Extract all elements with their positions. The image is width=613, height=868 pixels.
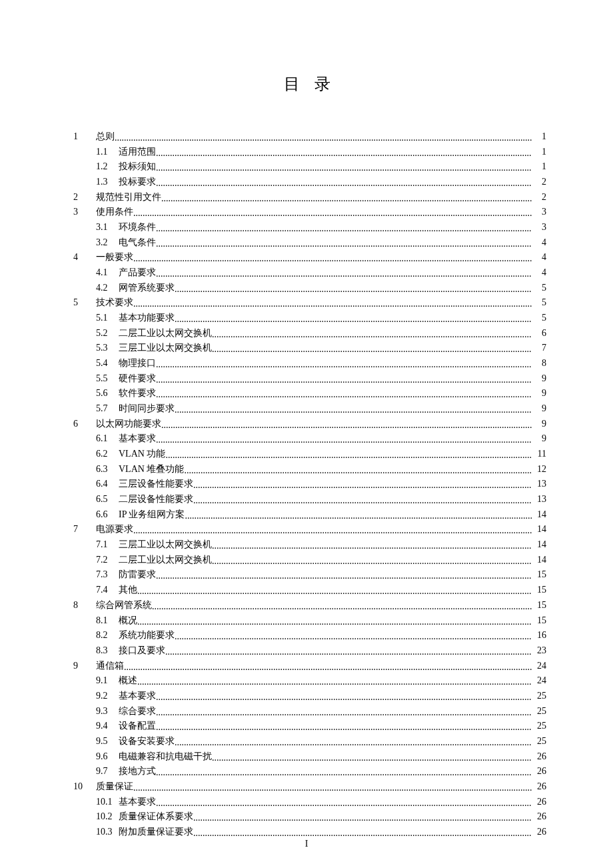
toc-leader-dots: [156, 720, 532, 735]
toc-row: 9.1概述24: [96, 673, 546, 689]
toc-entry-page: 6: [532, 326, 546, 341]
toc-leader-dots: [156, 373, 532, 388]
toc-entry-label: 概述: [119, 673, 137, 689]
page-footer: I: [0, 839, 613, 849]
toc-leader-dots: [156, 705, 532, 721]
toc-entry-number: 9.4: [96, 719, 119, 734]
toc-leader-dots: [193, 478, 532, 493]
toc-entry-page: 13: [532, 492, 546, 507]
toc-leader-dots: [133, 251, 532, 267]
toc-entry-page: 12: [532, 462, 546, 477]
toc-entry-label: 二层工业以太网交换机: [119, 326, 212, 341]
toc-leader-dots: [175, 312, 532, 327]
toc-entry-page: 13: [532, 477, 546, 492]
toc-entry-page: 25: [532, 704, 546, 719]
toc-entry-page: 3: [532, 220, 546, 235]
toc-entry-label: VLAN 功能: [119, 447, 165, 462]
toc-entry-label: 电磁兼容和抗电磁干扰: [119, 749, 212, 765]
toc-row: 6.5二层设备性能要求13: [96, 492, 546, 507]
toc-entry-label: 技术要求: [96, 295, 133, 311]
toc-entry-label: 接口及要求: [119, 643, 165, 659]
toc-entry-number: 6.3: [96, 462, 119, 477]
toc-entry-number: 9.1: [96, 673, 119, 689]
toc-entry-label: 综合要求: [119, 704, 156, 719]
toc-entry-number: 7.3: [96, 567, 119, 583]
toc-entry-page: 15: [532, 567, 546, 583]
toc-leader-dots: [156, 387, 532, 403]
toc-entry-page: 8: [532, 356, 546, 371]
toc-row: 9.2基本要求25: [96, 689, 546, 704]
toc-entry-number: 1.2: [96, 159, 119, 175]
toc-entry-page: 5: [532, 295, 546, 311]
toc-entry-label: 三层工业以太网交换机: [119, 341, 212, 356]
toc-entry-label: 电源要求: [96, 522, 133, 537]
toc-row: 8.2系统功能要求16: [96, 628, 546, 643]
toc-entry-label: 物理接口: [119, 356, 156, 371]
toc-entry-page: 15: [532, 583, 546, 598]
toc-entry-number: 5.3: [96, 341, 119, 356]
toc-row: 5.7时间同步要求9: [96, 401, 546, 417]
toc-entry-number: 3.2: [96, 235, 119, 251]
toc-row: 5.6软件要求9: [96, 386, 546, 401]
toc-row: 6以太网功能要求9: [73, 417, 546, 432]
toc-entry-number: 10: [73, 779, 96, 795]
toc-entry-page: 26: [532, 749, 546, 765]
toc-entry-number: 4.2: [96, 281, 119, 296]
toc-entry-label: 电气条件: [119, 235, 156, 251]
toc-entry-label: 环境条件: [119, 220, 156, 235]
toc-leader-dots: [156, 161, 532, 176]
toc-entry-number: 5.5: [96, 371, 119, 387]
toc-entry-number: 10.2: [96, 809, 119, 825]
toc-row: 9通信箱24: [73, 659, 546, 674]
toc-leader-dots: [175, 403, 532, 418]
toc-row: 1总则1: [73, 129, 546, 145]
toc-entry-page: 9: [532, 371, 546, 387]
toc-leader-dots: [156, 221, 532, 237]
toc-entry-page: 25: [532, 689, 546, 704]
toc-entry-label: 投标须知: [119, 159, 156, 175]
toc-leader-dots: [175, 282, 532, 297]
toc-entry-page: 5: [532, 311, 546, 326]
toc-row: 7.2二层工业以太网交换机14: [96, 553, 546, 568]
toc-entry-number: 5.6: [96, 386, 119, 401]
toc-entry-number: 9.3: [96, 704, 119, 719]
toc-entry-page: 16: [532, 628, 546, 643]
toc-leader-dots: [165, 448, 532, 463]
toc-entry-page: 24: [532, 659, 546, 674]
toc-entry-label: 三层工业以太网交换机: [119, 537, 212, 553]
toc-entry-label: 设备安装要求: [119, 734, 175, 749]
toc-leader-dots: [212, 327, 532, 343]
toc-row: 5.3三层工业以太网交换机7: [96, 341, 546, 356]
toc-entry-number: 7.1: [96, 537, 119, 553]
toc-leader-dots: [175, 629, 532, 645]
toc-entry-page: 7: [532, 341, 546, 356]
toc-leader-dots: [193, 811, 532, 826]
toc-entry-page: 4: [532, 235, 546, 251]
toc-entry-page: 3: [532, 205, 546, 220]
toc-entry-number: 3: [73, 205, 96, 220]
toc-leader-dots: [156, 690, 532, 705]
toc-entry-page: 15: [532, 598, 546, 613]
toc-entry-number: 8: [73, 598, 96, 613]
toc-entry-label: 附加质量保证要求: [119, 825, 193, 840]
toc-entry-label: 设备配置: [119, 719, 156, 734]
toc-leader-dots: [185, 509, 532, 524]
toc-row: 8.3接口及要求23: [96, 643, 546, 659]
toc-entry-number: 6: [73, 417, 96, 432]
toc-container: 1总则11.1适用范围11.2投标须知11.3投标要求22规范性引用文件23使用…: [73, 129, 546, 840]
toc-entry-page: 2: [532, 190, 546, 205]
toc-row: 9.3综合要求25: [96, 704, 546, 719]
toc-entry-number: 4.1: [96, 265, 119, 281]
toc-leader-dots: [133, 297, 532, 312]
toc-row: 5.4物理接口8: [96, 356, 546, 371]
toc-leader-dots: [152, 599, 532, 615]
toc-row: 10.2质量保证体系要求26: [96, 809, 546, 825]
toc-entry-page: 4: [532, 250, 546, 265]
toc-entry-number: 3.1: [96, 220, 119, 235]
toc-entry-page: 9: [532, 417, 546, 432]
toc-row: 8.1概况15: [96, 613, 546, 629]
toc-entry-page: 26: [532, 809, 546, 825]
toc-entry-page: 26: [532, 764, 546, 779]
toc-entry-number: 7.4: [96, 583, 119, 598]
toc-entry-label: 质量保证体系要求: [119, 809, 193, 825]
